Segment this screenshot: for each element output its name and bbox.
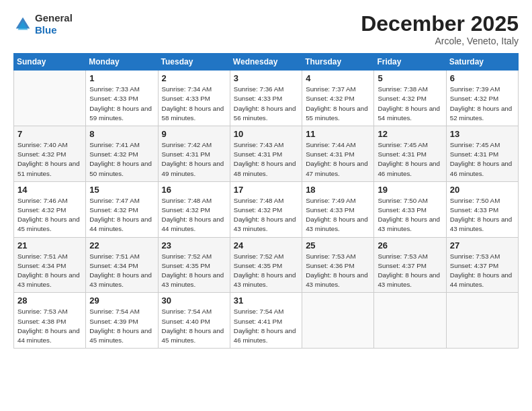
day-number: 14: [17, 185, 82, 195]
day-cell: 10Sunrise: 7:43 AMSunset: 4:31 PMDayligh…: [230, 126, 302, 182]
day-cell: [374, 293, 446, 349]
day-info: Sunrise: 7:43 AMSunset: 4:31 PMDaylight:…: [234, 140, 298, 179]
col-friday: Friday: [374, 54, 446, 71]
day-cell: 31Sunrise: 7:54 AMSunset: 4:41 PMDayligh…: [230, 293, 302, 349]
logo-blue: Blue: [35, 24, 57, 36]
day-info: Sunrise: 7:39 AMSunset: 4:32 PMDaylight:…: [450, 85, 515, 123]
month-title: December 2025: [361, 12, 519, 36]
day-cell: 13Sunrise: 7:45 AMSunset: 4:31 PMDayligh…: [446, 126, 518, 182]
location: Arcole, Veneto, Italy: [361, 36, 519, 46]
day-info: Sunrise: 7:51 AMSunset: 4:34 PMDaylight:…: [17, 252, 82, 290]
day-info: Sunrise: 7:38 AMSunset: 4:32 PMDaylight:…: [378, 85, 442, 123]
day-info: Sunrise: 7:54 AMSunset: 4:39 PMDaylight:…: [89, 307, 154, 345]
day-number: 28: [17, 295, 82, 306]
col-thursday: Thursday: [302, 54, 374, 71]
day-number: 8: [89, 129, 154, 139]
week-row-3: 14Sunrise: 7:46 AMSunset: 4:32 PMDayligh…: [14, 181, 519, 237]
col-saturday: Saturday: [446, 54, 518, 71]
day-info: Sunrise: 7:54 AMSunset: 4:41 PMDaylight:…: [234, 307, 298, 345]
day-info: Sunrise: 7:36 AMSunset: 4:33 PMDaylight:…: [234, 85, 298, 123]
day-info: Sunrise: 7:34 AMSunset: 4:33 PMDaylight:…: [162, 85, 226, 123]
day-number: 24: [234, 240, 298, 250]
page-header: General Blue December 2025 Arcole, Venet…: [13, 12, 519, 46]
day-number: 23: [162, 240, 226, 250]
logo-text: General Blue: [35, 12, 73, 36]
day-number: 15: [89, 185, 154, 195]
day-info: Sunrise: 7:53 AMSunset: 4:38 PMDaylight:…: [17, 307, 82, 345]
day-info: Sunrise: 7:42 AMSunset: 4:31 PMDaylight:…: [162, 140, 226, 179]
day-number: 21: [17, 240, 82, 250]
week-row-1: 1Sunrise: 7:33 AMSunset: 4:33 PMDaylight…: [14, 71, 519, 126]
day-number: 1: [89, 73, 154, 83]
day-cell: [14, 71, 86, 126]
week-row-2: 7Sunrise: 7:40 AMSunset: 4:32 PMDaylight…: [14, 126, 519, 182]
day-info: Sunrise: 7:53 AMSunset: 4:37 PMDaylight:…: [450, 252, 515, 290]
day-cell: 2Sunrise: 7:34 AMSunset: 4:33 PMDaylight…: [158, 71, 230, 126]
title-block: December 2025 Arcole, Veneto, Italy: [361, 12, 519, 46]
day-number: 2: [162, 73, 226, 83]
day-cell: [302, 293, 374, 349]
day-info: Sunrise: 7:46 AMSunset: 4:32 PMDaylight:…: [17, 196, 82, 234]
day-info: Sunrise: 7:45 AMSunset: 4:31 PMDaylight:…: [450, 140, 515, 179]
logo-general: General: [35, 12, 73, 24]
calendar-page: General Blue December 2025 Arcole, Venet…: [0, 0, 532, 411]
logo-icon: [13, 15, 32, 34]
day-number: 25: [306, 240, 370, 250]
col-monday: Monday: [86, 54, 158, 71]
col-wednesday: Wednesday: [230, 54, 302, 71]
day-cell: 27Sunrise: 7:53 AMSunset: 4:37 PMDayligh…: [446, 237, 518, 293]
day-number: 29: [89, 295, 154, 306]
day-info: Sunrise: 7:50 AMSunset: 4:33 PMDaylight:…: [378, 196, 442, 234]
col-tuesday: Tuesday: [158, 54, 230, 71]
week-row-4: 21Sunrise: 7:51 AMSunset: 4:34 PMDayligh…: [14, 237, 519, 293]
day-info: Sunrise: 7:54 AMSunset: 4:40 PMDaylight:…: [162, 307, 226, 345]
day-cell: 8Sunrise: 7:41 AMSunset: 4:32 PMDaylight…: [86, 126, 158, 182]
header-row: Sunday Monday Tuesday Wednesday Thursday…: [14, 54, 519, 71]
day-number: 18: [306, 185, 370, 195]
day-info: Sunrise: 7:33 AMSunset: 4:33 PMDaylight:…: [89, 85, 154, 123]
day-cell: 24Sunrise: 7:52 AMSunset: 4:35 PMDayligh…: [230, 237, 302, 293]
day-cell: 6Sunrise: 7:39 AMSunset: 4:32 PMDaylight…: [446, 71, 518, 126]
day-cell: 22Sunrise: 7:51 AMSunset: 4:34 PMDayligh…: [86, 237, 158, 293]
day-info: Sunrise: 7:52 AMSunset: 4:35 PMDaylight:…: [234, 252, 298, 290]
day-number: 10: [234, 129, 298, 139]
day-info: Sunrise: 7:44 AMSunset: 4:31 PMDaylight:…: [306, 140, 370, 179]
day-number: 26: [378, 240, 442, 250]
day-number: 20: [450, 185, 515, 195]
day-cell: 30Sunrise: 7:54 AMSunset: 4:40 PMDayligh…: [158, 293, 230, 349]
day-cell: 20Sunrise: 7:50 AMSunset: 4:33 PMDayligh…: [446, 181, 518, 237]
logo: General Blue: [13, 12, 73, 36]
day-cell: 29Sunrise: 7:54 AMSunset: 4:39 PMDayligh…: [86, 293, 158, 349]
day-cell: 14Sunrise: 7:46 AMSunset: 4:32 PMDayligh…: [14, 181, 86, 237]
day-info: Sunrise: 7:40 AMSunset: 4:32 PMDaylight:…: [17, 140, 82, 179]
day-info: Sunrise: 7:48 AMSunset: 4:32 PMDaylight:…: [234, 196, 298, 234]
day-info: Sunrise: 7:50 AMSunset: 4:33 PMDaylight:…: [450, 196, 515, 234]
day-cell: 25Sunrise: 7:53 AMSunset: 4:36 PMDayligh…: [302, 237, 374, 293]
day-cell: 17Sunrise: 7:48 AMSunset: 4:32 PMDayligh…: [230, 181, 302, 237]
day-cell: 18Sunrise: 7:49 AMSunset: 4:33 PMDayligh…: [302, 181, 374, 237]
day-cell: 1Sunrise: 7:33 AMSunset: 4:33 PMDaylight…: [86, 71, 158, 126]
day-cell: 3Sunrise: 7:36 AMSunset: 4:33 PMDaylight…: [230, 71, 302, 126]
day-cell: 12Sunrise: 7:45 AMSunset: 4:31 PMDayligh…: [374, 126, 446, 182]
day-number: 4: [306, 73, 370, 83]
day-info: Sunrise: 7:37 AMSunset: 4:32 PMDaylight:…: [306, 85, 370, 123]
day-number: 6: [450, 73, 515, 83]
day-cell: 26Sunrise: 7:53 AMSunset: 4:37 PMDayligh…: [374, 237, 446, 293]
day-cell: 7Sunrise: 7:40 AMSunset: 4:32 PMDaylight…: [14, 126, 86, 182]
day-number: 12: [378, 129, 442, 139]
day-cell: 9Sunrise: 7:42 AMSunset: 4:31 PMDaylight…: [158, 126, 230, 182]
day-number: 16: [162, 185, 226, 195]
day-info: Sunrise: 7:49 AMSunset: 4:33 PMDaylight:…: [306, 196, 370, 234]
day-info: Sunrise: 7:45 AMSunset: 4:31 PMDaylight:…: [378, 140, 442, 179]
day-cell: 16Sunrise: 7:48 AMSunset: 4:32 PMDayligh…: [158, 181, 230, 237]
day-cell: 23Sunrise: 7:52 AMSunset: 4:35 PMDayligh…: [158, 237, 230, 293]
day-cell: 4Sunrise: 7:37 AMSunset: 4:32 PMDaylight…: [302, 71, 374, 126]
day-info: Sunrise: 7:53 AMSunset: 4:37 PMDaylight:…: [378, 252, 442, 290]
day-number: 31: [234, 295, 298, 306]
col-sunday: Sunday: [14, 54, 86, 71]
day-number: 3: [234, 73, 298, 83]
day-number: 13: [450, 129, 515, 139]
day-info: Sunrise: 7:41 AMSunset: 4:32 PMDaylight:…: [89, 140, 154, 179]
day-info: Sunrise: 7:47 AMSunset: 4:32 PMDaylight:…: [89, 196, 154, 234]
day-info: Sunrise: 7:48 AMSunset: 4:32 PMDaylight:…: [162, 196, 226, 234]
